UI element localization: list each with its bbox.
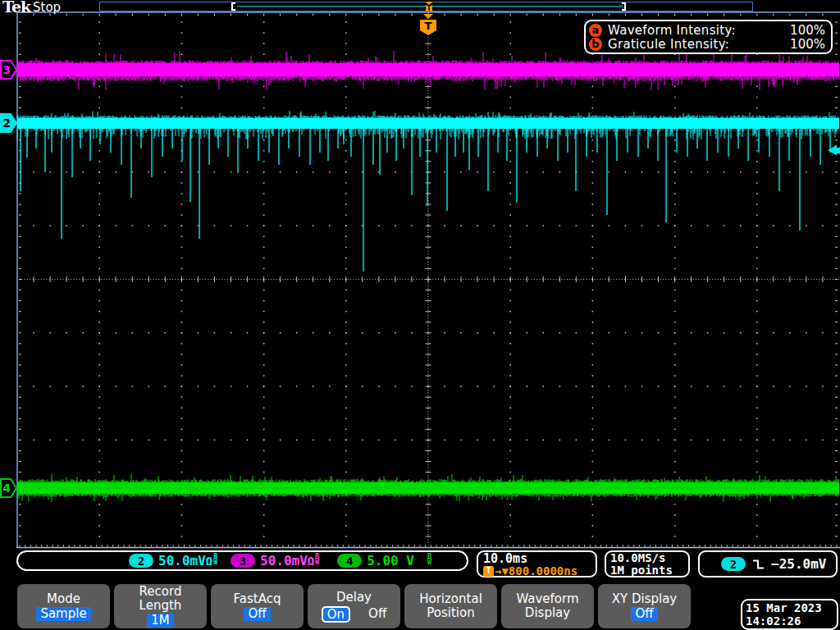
soft-menu-bar: ModeSampleRecord Length1MFastAcqOffDelay… (0, 584, 840, 630)
trigger-slope-falling-icon (752, 559, 765, 570)
record-length-value: 1M points (610, 564, 684, 577)
svg-text:T: T (425, 20, 432, 32)
channel-scale-value: 50.0mV (158, 553, 206, 568)
bandwidth-limit-icon: BW (427, 554, 431, 565)
menu-button-label: Mode (47, 592, 80, 606)
channel-scale-value: 50.0mV (260, 553, 308, 568)
channel-readout-ch3: 350.0mVΩBW (231, 553, 319, 568)
menu-button-value: 1M (147, 614, 174, 628)
svg-text:4: 4 (2, 482, 11, 495)
channel-marker-3[interactable]: 3 (1, 61, 16, 79)
channel-marker-4[interactable]: 4 (1, 479, 16, 497)
delay-arrow-icons: →▼ (495, 565, 509, 577)
channel-badge-4: 4 (337, 554, 362, 568)
graticule (16, 11, 840, 548)
impedance-icon: Ω (308, 555, 314, 568)
menu-button-record-length[interactable]: Record Length1M (114, 584, 207, 628)
intensity-row: bGraticule Intensity:100% (589, 37, 825, 51)
trigger-position-flag[interactable]: T (420, 14, 436, 35)
trigger-readout-box: 2 −25.0mV (698, 550, 838, 578)
menu-button-label: Waveform Display (516, 592, 578, 620)
timebase-value: 10.0ms (483, 552, 591, 565)
menu-button-xy-display[interactable]: XY DisplayOff (598, 584, 691, 628)
bandwidth-limit-icon: BW (213, 554, 217, 565)
trigger-t-icon: T (483, 566, 494, 577)
acquisition-state: Stop (33, 0, 61, 15)
trigger-level-arrow[interactable] (828, 145, 840, 156)
intensity-panel: aWaveform Intensity:100%bGraticule Inten… (584, 20, 833, 54)
menu-button-value: Off (244, 607, 270, 621)
menu-button-delay[interactable]: DelayOnOff (308, 584, 400, 628)
preview-window-bracket-left (231, 2, 235, 11)
bandwidth-limit-icon: BW (315, 554, 319, 565)
channel-readout-ch4: 45.00 VBW (337, 553, 431, 568)
intensity-value: 100% (790, 37, 825, 52)
menu-button-value: Off (631, 607, 657, 621)
intensity-label: Waveform Intensity: (608, 23, 790, 38)
trigger-position-icon: T (423, 2, 435, 11)
knob-badge-b-icon: b (589, 38, 602, 51)
menu-button-label: FastAcq (234, 592, 281, 606)
toggle-option-off[interactable]: Off (368, 607, 386, 621)
oscilloscope-screen: 324T Tek Stop T aWaveform Intensity:100%… (0, 0, 840, 630)
menu-button-waveform-display[interactable]: Waveform Display (501, 584, 594, 628)
channel-readout-ch2: 250.0mVΩBW (129, 553, 217, 568)
menu-button-label: XY Display (612, 592, 678, 606)
tek-logo: Tek (2, 0, 30, 16)
acquisition-preview-bar: T (99, 2, 753, 11)
svg-text:T: T (427, 5, 431, 11)
menu-button-label: Delay (336, 591, 372, 605)
acquisition-readout-box: 10.0MS/s 1M points (605, 550, 690, 578)
datetime-display: 15 Mar 2023 14:02:26 (741, 599, 838, 630)
knob-badge-a-icon: a (589, 24, 602, 37)
scope-display: 324T (0, 0, 840, 584)
channel-scale-value: 5.00 V (367, 553, 414, 568)
sample-rate-value: 10.0MS/s (610, 552, 684, 564)
channel-readouts-box: 250.0mVΩBW350.0mVΩBW45.00 VBW (16, 550, 468, 571)
waveform-ch3 (17, 51, 839, 90)
trigger-source-badge: 2 (721, 557, 746, 571)
menu-button-mode[interactable]: ModeSample (17, 584, 110, 628)
horizontal-readout-box: 10.0ms T →▼ 800.0000ns (477, 550, 597, 578)
svg-text:2: 2 (2, 116, 11, 130)
menu-button-value: Sample (36, 607, 90, 621)
toggle-row: OnOff (322, 606, 386, 623)
menu-button-label: Record Length (139, 585, 182, 613)
trigger-delay-value: 800.0000ns (509, 565, 578, 577)
impedance-icon: Ω (206, 555, 212, 568)
menu-button-label: Horizontal Position (419, 592, 482, 620)
channel-badge-3: 3 (231, 554, 255, 568)
date-value: 15 Mar 2023 (746, 601, 833, 614)
menu-button-fastacq[interactable]: FastAcqOff (211, 584, 304, 628)
toggle-option-on[interactable]: On (322, 606, 350, 623)
preview-window-bracket-right (622, 2, 626, 11)
channel-marker-2[interactable]: 2 (1, 114, 16, 132)
trigger-level-value: −25.0mV (771, 556, 826, 572)
svg-text:3: 3 (2, 63, 11, 76)
intensity-label: Graticule Intensity: (608, 37, 790, 52)
intensity-value: 100% (790, 23, 825, 38)
channel-badge-2: 2 (129, 554, 153, 568)
menu-button-horizontal-position[interactable]: Horizontal Position (404, 584, 497, 628)
time-value: 14:02:26 (746, 614, 833, 628)
intensity-row: aWaveform Intensity:100% (589, 23, 825, 37)
